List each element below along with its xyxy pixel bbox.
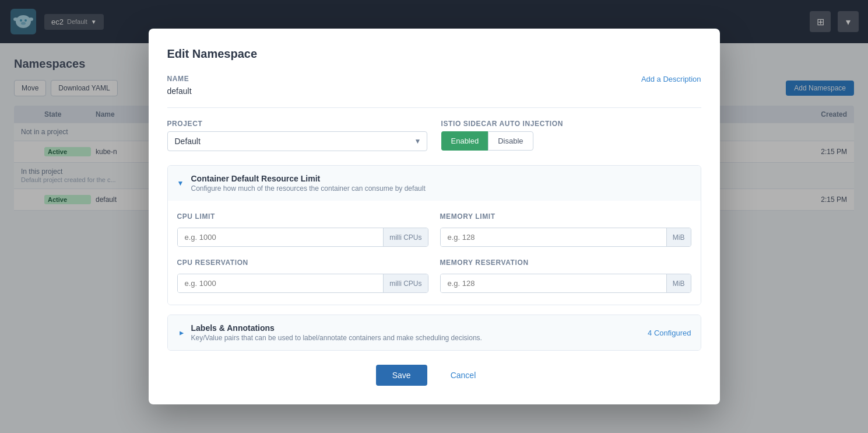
save-button[interactable]: Save [376, 365, 427, 386]
memory-reservation-label: Memory Reservation [440, 259, 691, 267]
istio-enabled-button[interactable]: Enabled [441, 131, 489, 151]
container-resource-section: ▼ Container Default Resource Limit Confi… [167, 165, 701, 305]
name-label: Name [167, 75, 192, 83]
container-resource-body: CPU Limit milli CPUs Memory Limit MiB [168, 201, 701, 305]
memory-limit-field: Memory Limit MiB [440, 212, 691, 247]
collapse-arrow-icon: ▼ [177, 179, 185, 187]
project-label: Project [167, 120, 427, 128]
divider [167, 107, 701, 108]
memory-reservation-input[interactable] [441, 274, 666, 292]
container-resource-subtitle: Configure how much of the resources the … [191, 184, 426, 193]
memory-reservation-input-wrapper: MiB [440, 274, 691, 293]
project-istio-section: Project Default ▼ Istio sidecar auto inj… [167, 120, 701, 151]
cpu-reservation-label: CPU Reservation [177, 259, 428, 267]
add-description-link[interactable]: Add a Description [641, 75, 701, 83]
project-select[interactable]: Default [167, 131, 427, 151]
cpu-limit-input-wrapper: milli CPUs [177, 228, 428, 247]
memory-limit-label: Memory Limit [440, 212, 691, 221]
project-select-wrapper: Default ▼ [167, 131, 427, 151]
cpu-reservation-input-wrapper: milli CPUs [177, 274, 428, 293]
labels-annotations-header[interactable]: ▼ Labels & Annotations Key/Value pairs t… [168, 315, 701, 350]
project-field: Project Default ▼ [167, 120, 427, 151]
cpu-reservation-suffix: milli CPUs [383, 274, 427, 292]
labels-annotations-section: ▼ Labels & Annotations Key/Value pairs t… [167, 315, 701, 351]
cpu-reservation-field: CPU Reservation milli CPUs [177, 259, 428, 293]
cpu-limit-input[interactable] [178, 228, 384, 246]
container-resource-title: Container Default Resource Limit [191, 174, 426, 183]
modal-name-row: Name default Add a Description [167, 75, 701, 96]
container-resource-header[interactable]: ▼ Container Default Resource Limit Confi… [168, 166, 701, 201]
labels-subtitle: Key/Value pairs that can be used to labe… [191, 334, 482, 342]
labels-collapse-arrow-icon: ▼ [177, 329, 185, 337]
istio-label: Istio sidecar auto injection [441, 120, 701, 128]
memory-limit-suffix: MiB [666, 228, 691, 246]
memory-reservation-suffix: MiB [666, 274, 691, 292]
istio-field: Istio sidecar auto injection Enabled Dis… [441, 120, 701, 151]
istio-toggle-group: Enabled Disable [441, 131, 701, 151]
cpu-reservation-input[interactable] [178, 274, 384, 292]
cancel-button[interactable]: Cancel [434, 365, 493, 386]
edit-namespace-modal: Edit Namespace Name default Add a Descri… [149, 29, 720, 404]
labels-header-text: Labels & Annotations Key/Value pairs tha… [191, 323, 482, 342]
modal-footer: Save Cancel [167, 365, 701, 386]
labels-title: Labels & Annotations [191, 323, 482, 333]
modal-overlay: Edit Namespace Name default Add a Descri… [0, 0, 868, 433]
cpu-limit-field: CPU Limit milli CPUs [177, 212, 428, 247]
modal-title: Edit Namespace [167, 47, 701, 61]
istio-disable-button[interactable]: Disable [488, 131, 533, 151]
cpu-limit-suffix: milli CPUs [383, 228, 427, 246]
memory-limit-input[interactable] [441, 228, 666, 246]
container-resource-header-text: Container Default Resource Limit Configu… [191, 174, 426, 193]
labels-configured-badge: 4 Configured [648, 329, 691, 337]
name-field: Name default [167, 75, 192, 96]
memory-limit-input-wrapper: MiB [440, 228, 691, 247]
name-value: default [167, 86, 192, 96]
memory-reservation-field: Memory Reservation MiB [440, 259, 691, 293]
cpu-limit-label: CPU Limit [177, 212, 428, 221]
resource-fields: CPU Limit milli CPUs Memory Limit MiB [177, 212, 691, 293]
